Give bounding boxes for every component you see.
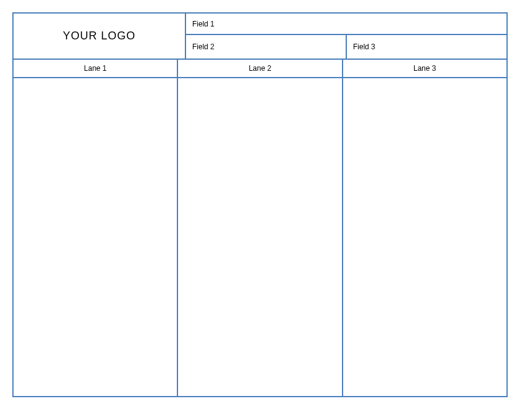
- header-row: YOUR LOGO Field 1 Field 2 Field 3: [14, 14, 506, 59]
- lane2-body: [178, 78, 343, 396]
- lane1-label: Lane 1: [84, 64, 107, 73]
- fields-column: Field 1 Field 2 Field 3: [186, 14, 506, 59]
- lane3-header: Lane 3: [343, 60, 506, 77]
- lane3-label: Lane 3: [413, 64, 436, 73]
- field2-label: Field 2: [192, 42, 214, 51]
- field23-row: Field 2 Field 3: [186, 35, 506, 59]
- lane1-header: Lane 1: [14, 60, 178, 77]
- field3-label: Field 3: [353, 42, 375, 51]
- lane3-body: [343, 78, 506, 396]
- lanes-header: Lane 1 Lane 2 Lane 3: [14, 59, 506, 78]
- swimlane-template: YOUR LOGO Field 1 Field 2 Field 3 Lane 1…: [12, 12, 508, 397]
- field3-cell: Field 3: [347, 35, 506, 59]
- lane2-label: Lane 2: [249, 64, 272, 73]
- field2-cell: Field 2: [186, 35, 347, 59]
- lane1-body: [14, 78, 178, 396]
- lanes-body: [14, 78, 506, 396]
- logo-text: YOUR LOGO: [63, 30, 136, 42]
- logo-cell: YOUR LOGO: [14, 14, 186, 59]
- field1-cell: Field 1: [186, 14, 506, 35]
- field1-label: Field 1: [192, 20, 214, 28]
- lane2-header: Lane 2: [178, 60, 343, 77]
